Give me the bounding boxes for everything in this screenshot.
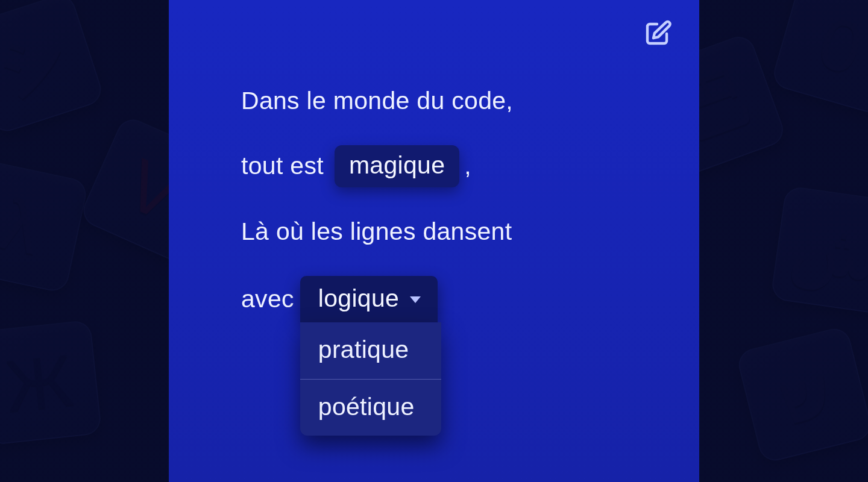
edit-button[interactable] [641,18,675,52]
poem-line-2: tout est magique , [241,145,627,187]
dropdown-selected-label: logique [318,282,399,315]
poem-text: Là où les lignes dansent [241,215,512,248]
poem-line-3: Là où les lignes dansent [241,215,627,248]
poem-text: , [464,149,471,183]
word-chip-magique[interactable]: magique [335,145,459,187]
tile-glyph: シ [0,0,105,136]
word-dropdown: logique pratique poétique [300,276,438,322]
poem-text: Dans le monde du code, [241,84,513,117]
poem-body: Dans le monde du code, tout est magique … [241,84,627,322]
tile-glyph: ش [770,186,868,315]
tile-glyph: λ [0,158,89,293]
main-card: Dans le monde du code, tout est magique … [169,0,699,482]
poem-text: avec [241,283,294,316]
tile-glyph: Ж [0,320,102,446]
word-dropdown-trigger[interactable]: logique [300,276,438,322]
poem-line-4: avec logique pratique poétique [241,276,627,322]
poem-text: tout est [241,149,324,183]
chip-label: magique [349,149,445,182]
dropdown-option-poetique[interactable]: poétique [300,379,441,436]
word-dropdown-menu: pratique poétique [300,322,441,436]
poem-line-1: Dans le monde du code, [241,84,627,117]
tile-glyph: 0 [770,0,868,116]
edit-icon [644,19,673,51]
dropdown-option-pratique[interactable]: pratique [300,322,441,378]
chevron-down-icon [410,296,421,303]
tile-glyph: ש [735,325,868,464]
